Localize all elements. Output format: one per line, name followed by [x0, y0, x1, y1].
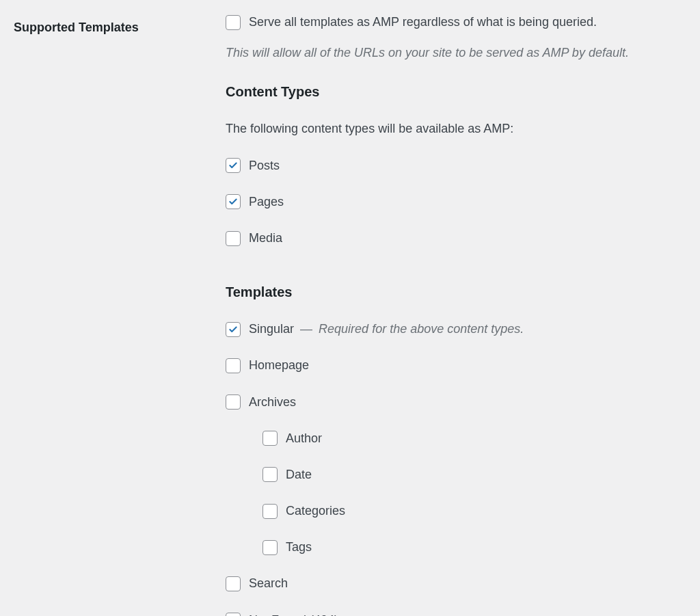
template-row-search: Search [226, 575, 686, 592]
serve-all-label: Serve all templates as AMP regardless of… [249, 14, 597, 31]
content-types-intro: The following content types will be avai… [226, 120, 686, 137]
categories-label: Categories [286, 503, 345, 520]
date-checkbox[interactable] [262, 467, 278, 482]
supported-templates-section: Supported Templates Serve all templates … [14, 14, 686, 616]
template-row-date: Date [262, 466, 686, 483]
search-checkbox[interactable] [226, 576, 241, 591]
content-type-row-media: Media [226, 230, 686, 247]
template-row-tags: Tags [262, 539, 686, 556]
pages-label: Pages [249, 193, 284, 211]
section-title: Supported Templates [14, 14, 226, 36]
serve-all-description: This will allow all of the URLs on your … [226, 44, 686, 62]
homepage-checkbox[interactable] [226, 358, 241, 373]
search-label: Search [249, 575, 288, 592]
notfound-checkbox[interactable] [226, 613, 241, 616]
content-type-row-pages: Pages [226, 193, 686, 211]
notfound-label: Not Found (404) [249, 612, 338, 616]
spacer [226, 266, 686, 282]
homepage-label: Homepage [249, 357, 309, 374]
singular-checkbox[interactable] [226, 322, 241, 337]
singular-label: Singular — Required for the above conten… [249, 321, 524, 338]
archives-checkbox[interactable] [226, 394, 241, 410]
content-types-heading: Content Types [226, 82, 686, 101]
date-label: Date [286, 466, 312, 483]
tags-checkbox[interactable] [262, 540, 278, 555]
template-row-homepage: Homepage [226, 357, 686, 374]
template-row-author: Author [262, 430, 686, 447]
templates-heading: Templates [226, 282, 686, 302]
content-type-row-posts: Posts [226, 157, 686, 174]
posts-label: Posts [249, 157, 280, 174]
posts-checkbox[interactable] [226, 158, 241, 173]
archives-children: Author Date Categories Tags [262, 430, 686, 557]
singular-note: Required for the above content types. [319, 322, 524, 336]
pages-checkbox[interactable] [226, 194, 241, 209]
serve-all-row: Serve all templates as AMP regardless of… [226, 14, 686, 31]
template-row-categories: Categories [262, 503, 686, 520]
template-row-notfound: Not Found (404) [226, 612, 686, 616]
singular-dash: — [300, 322, 312, 336]
tags-label: Tags [286, 539, 312, 556]
section-content: Serve all templates as AMP regardless of… [226, 14, 686, 616]
categories-checkbox[interactable] [262, 504, 278, 519]
serve-all-checkbox[interactable] [226, 15, 241, 30]
singular-label-text: Singular [249, 322, 294, 336]
template-row-archives: Archives [226, 394, 686, 411]
author-label: Author [286, 430, 322, 447]
author-checkbox[interactable] [262, 431, 278, 446]
template-row-singular: Singular — Required for the above conten… [226, 321, 686, 338]
media-checkbox[interactable] [226, 231, 241, 246]
media-label: Media [249, 230, 282, 247]
archives-label: Archives [249, 394, 296, 411]
